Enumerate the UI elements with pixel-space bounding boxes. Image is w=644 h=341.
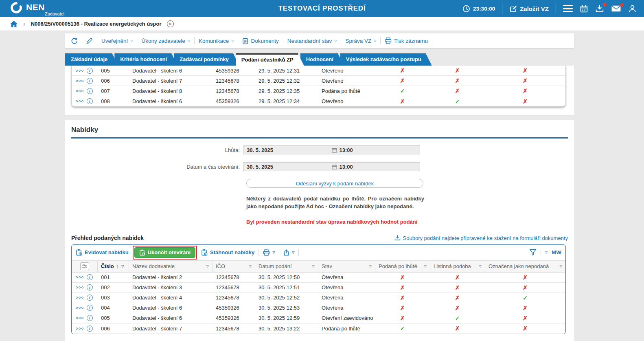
cell-ico: 12345678 [212,78,255,84]
clipboard-add-icon [76,249,82,256]
chevron-down-icon[interactable]: ▽ [369,265,372,268]
toolbar-sprava-vz[interactable]: Správa VZ ▽ [345,38,376,44]
chevron-down-icon[interactable]: ▽ [206,265,209,268]
table-row[interactable]: i 005 Dodavatel - školení 6 45359326 30.… [72,313,565,323]
home-icon[interactable] [10,20,18,28]
export-menu-button[interactable]: ▽ [283,249,294,256]
refresh-icon[interactable] [71,37,78,44]
info-icon[interactable]: i [87,315,93,321]
row-menu-icon[interactable] [76,100,83,102]
row-menu-icon[interactable] [76,317,83,319]
info-icon[interactable]: i [87,78,93,84]
tab-zadavaci-podminky[interactable]: Zadávací podmínky [174,53,239,66]
column-header-ico[interactable]: IČO ▽ [212,261,255,272]
cell-oznacena-nepodana: ✗ [485,77,565,84]
menu-icon[interactable] [563,5,573,13]
ukoncit-oteviranit-button[interactable]: Ukončit otevírání [134,247,195,258]
row-menu-icon[interactable] [76,70,83,72]
column-header-listinna-podoba[interactable]: Listinná podoba ▽ [430,261,485,272]
row-menu-icon[interactable] [76,328,83,330]
column-header-podana-po-lhute[interactable]: Podaná po lhůtě ▽ [375,261,430,272]
otevirani-field[interactable]: 30. 5. 2025 13:00 [243,162,420,171]
cell-dodavatel: Dodavatel - školení 2 [129,274,212,280]
chevron-down-icon[interactable]: ▽ [249,265,252,268]
chevron-down-icon: ▽ [188,40,190,43]
chevron-down-icon[interactable]: ▽ [545,251,548,254]
table-row[interactable]: i 008 Dodavatel - školení 6 45359326 29.… [72,96,565,106]
tab-hodnoceni[interactable]: Hodnocení [300,53,344,66]
breadcrumb-item[interactable]: N006/25/V00005136 - Realizace energetick… [31,21,162,27]
messages-button[interactable] [611,5,621,12]
tab-podani-ucastniku-zp[interactable]: Podání účastníků ZP [236,53,304,66]
send-invitation-button[interactable]: Odeslání výzvy k podání nabídek [246,179,423,188]
column-header-cislo[interactable]: Číslo ↑ ▽ [97,261,129,272]
chevron-down-icon[interactable]: ▽ [312,265,315,268]
print-menu-button[interactable]: ▽ [263,249,275,256]
info-icon[interactable]: i [87,98,93,104]
cell-datum: 30. 5. 2025 12:52 [255,295,318,301]
row-menu-icon[interactable] [76,297,83,299]
table-row[interactable]: i 002 Dodavatel - školení 3 12345678 30.… [72,283,565,293]
row-menu-icon[interactable] [76,307,83,309]
info-icon[interactable]: i [87,295,93,301]
toolbar-nestandardni-stav[interactable]: Nestandardní stav ▽ [287,38,337,44]
downloads-button[interactable] [595,4,604,13]
tab-label: Zadávací podmínky [180,56,229,62]
user-filter-code[interactable]: MW [552,249,561,255]
row-menu-icon[interactable] [76,80,83,82]
toolbar-uverejneni[interactable]: Uveřejnění ▽ [101,38,133,44]
cell-oznacena-nepodana: ✗ [485,98,565,105]
info-icon[interactable]: i [87,88,93,94]
info-icon[interactable]: i [87,326,93,332]
chevron-down-icon[interactable]: ▽ [424,265,427,268]
offers-table-toolbar: Evidovat nabídku Ukončit otevírání [72,245,565,260]
tab-zakladni-udaje[interactable]: Základní údaje [65,53,118,66]
toolbar-dokumenty[interactable]: Dokumenty [242,37,278,44]
calendar-icon[interactable] [580,4,588,13]
divider [502,3,502,14]
cell-datum: 30. 5. 2025 12:50 [255,274,318,280]
table-row[interactable]: i 004 Dodavatel - školení 6 45359326 30.… [72,303,565,313]
lhuta-field[interactable]: 30. 5. 2025 13:00 [243,145,420,154]
pencil-icon[interactable] [86,37,93,44]
chevron-down-icon[interactable]: ▽ [121,265,124,268]
cell-oznacena-nepodana: ✗ [485,315,565,321]
info-icon[interactable]: i [87,284,93,290]
info-icon[interactable]: i [87,274,93,280]
clock-icon [462,5,470,13]
column-header-stav[interactable]: Stav ▽ [318,261,375,272]
row-menu-icon[interactable] [76,276,83,278]
cell-listinna-podoba: ✗ [430,274,485,281]
table-row[interactable]: i 007 Dodavatel - školení 8 12345678 29.… [72,86,565,96]
stahnout-nabidky-button[interactable]: Stáhnout nabídky [201,249,254,256]
table-row[interactable]: i 005 Dodavatel - školení 6 45359326 29.… [72,66,565,76]
table-row[interactable]: i 006 Dodavatel - školení 7 12345678 29.… [72,76,565,86]
tab-vysledek-zadavaciho-postupu[interactable]: Výsledek zadávacího postupu [340,53,432,66]
close-icon[interactable]: × [167,20,174,27]
user-icon[interactable] [628,4,637,13]
chevron-down-icon[interactable]: ▽ [560,265,562,268]
info-icon[interactable]: i [87,305,93,311]
toolbar-ukony-zadavatele[interactable]: Úkony zadavatele ▽ [141,38,190,44]
cell-dodavatel: Dodavatel - školení 6 [129,68,212,74]
column-header-datum-podani[interactable]: Datum podání ▽ [255,261,318,272]
table-row[interactable]: i 001 Dodavatel - školení 2 12345678 30.… [72,273,565,283]
table-row[interactable]: i 006 Dodavatel - školení 7 12345678 30.… [72,323,565,334]
toolbar-komunikace[interactable]: Komunikace ▽ [199,38,234,44]
table-row[interactable]: i 003 Dodavatel - školení 4 12345678 30.… [72,293,565,303]
tab-kriteria-hodnoceni[interactable]: Kritéria hodnocení [114,53,177,66]
create-vz-button[interactable]: Založit VZ [509,5,549,13]
toolbar-tisk-zaznamu[interactable]: Tisk záznamu [385,37,428,44]
row-menu-icon[interactable] [76,90,83,92]
nen-logo[interactable]: NEN Zadavatel [10,1,64,16]
column-header-nazev-dodavatele[interactable]: Název dodavatele ▽ [129,261,212,272]
info-icon[interactable]: i [87,68,93,74]
chevron-down-icon[interactable]: ▽ [479,265,482,268]
cell-datum: 30. 5. 2025 12:59 [255,315,318,321]
evidovat-nabidku-button[interactable]: Evidovat nabídku [76,249,129,256]
download-files-link[interactable]: Soubory podání najdete připravené ke sta… [394,235,568,241]
row-menu-icon[interactable] [76,286,83,288]
column-settings-icon[interactable] [80,262,89,270]
column-header-oznacena-jako-nepodana[interactable]: Označena jako nepodaná ▽ [485,261,565,272]
filter-icon[interactable] [529,249,537,256]
